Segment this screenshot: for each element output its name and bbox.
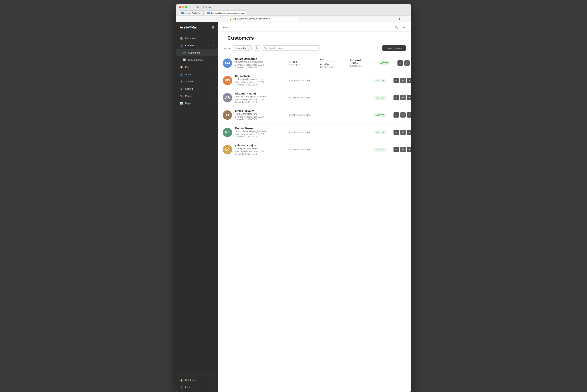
search-input[interactable] [268, 47, 317, 50]
tabs-bar: M Demo - Acelle E... M demo.acellemail.c… [179, 10, 408, 15]
share-icon[interactable]: ⬆ [403, 17, 405, 20]
user-icon: 👤 [180, 44, 183, 47]
more-options-button[interactable]: ▾ [407, 147, 411, 152]
customer-actions: ⇒ ✏ ▾ [394, 78, 411, 83]
sidebar-item-notifications[interactable]: 🔔 Notifications › [176, 377, 218, 384]
new-customer-button[interactable]: + New customer [382, 45, 406, 51]
customer-status: ACTIVE [374, 113, 391, 117]
search-icon: 🔍 [264, 47, 267, 50]
avatar: LC [223, 145, 232, 154]
login-as-button[interactable]: ⇒ [394, 147, 399, 152]
minimize-button[interactable] [182, 6, 184, 8]
browser-controls: ‹ › ↻ 📋 Private [179, 6, 408, 9]
sidebar-logo: Acelle✉Mail ☰ [176, 22, 218, 33]
chevron-right-icon-user: › [213, 386, 214, 388]
more-options-button[interactable]: ▾ [407, 95, 411, 100]
login-as-button[interactable]: ⇒ [398, 60, 403, 66]
edit-button[interactable]: ✏ [400, 95, 406, 100]
list-icon: ☰ [223, 36, 226, 40]
more-options-button[interactable]: ▾ [407, 112, 411, 118]
login-as-button[interactable]: ⇒ [394, 112, 399, 118]
menu-toggle-icon[interactable]: ☰ [211, 26, 214, 29]
sidebar-item-report[interactable]: 📊 Report › [176, 100, 218, 107]
customer-plan: no active subscription [288, 148, 372, 151]
search-header-button[interactable]: 🔍 [394, 25, 399, 30]
customer-created-at: Created at: 2022-06-08 [235, 136, 285, 138]
customer-info: Liliana Cardejon liliana@insecurita.com … [235, 144, 285, 155]
customer-info: Rubin Walts rubin.maya@instantinc.com Bo… [235, 75, 285, 86]
browser-chrome: ‹ › ↻ 📋 Private M Demo - Acelle E... M d… [176, 4, 411, 16]
edit-button[interactable]: ✏ [400, 112, 406, 118]
login-as-button[interactable]: ⇒ [394, 130, 399, 135]
maximize-button[interactable] [185, 6, 187, 8]
customer-actions: ⇒ ✏ ▾ [394, 112, 411, 118]
customer-name: Rubin Walts [235, 75, 285, 78]
customer-status: ACTIVE [374, 96, 391, 100]
customer-actions: ⇒ ✏ ▾ [394, 130, 411, 135]
search-input-wrap[interactable]: 🔍 [262, 46, 320, 51]
customer-name: Alexandra Ronn [235, 92, 285, 95]
lock-icon: 🔒 [229, 18, 232, 20]
sidebar-item-subscriptions[interactable]: 🔄 Subscriptions [176, 56, 218, 64]
sidebar-item-customer[interactable]: 👤 Customer ▼ [176, 42, 218, 49]
customer-actions: ⇒ ✏ ▾ [394, 95, 411, 100]
sidebar-item-dashboard[interactable]: 🏠 Dashboard [176, 34, 218, 42]
download-icon[interactable]: ⬇ [399, 17, 401, 20]
no-subscription-label: no active subscription [288, 79, 372, 82]
filter-button[interactable]: ⇅ [254, 46, 260, 51]
login-as-button[interactable]: ⇒ [394, 78, 399, 83]
table-row: SM Stuart Mannarino stuart.lemon@thenetw… [223, 54, 406, 72]
subscriber-label: Subscribers [350, 65, 376, 67]
sidebar-item-admin[interactable]: 👤 Admin › [176, 71, 218, 78]
setting-icon: ⚙ [180, 87, 183, 90]
theme-toggle-button[interactable]: ☀ [402, 25, 406, 30]
customer-created-at: Created at: 2022-06-08 [235, 84, 285, 86]
reload-button[interactable]: ↻ [196, 6, 200, 9]
page-title-row: ☰ Customers [223, 35, 406, 41]
sidebar-item-plugin[interactable]: 🔌 Plugin › [176, 92, 218, 100]
plan-name: ☑ Free [288, 60, 317, 63]
avatar: AR [223, 93, 232, 102]
page-title: Customers [227, 35, 254, 41]
edit-button[interactable]: ✏ [400, 130, 406, 135]
more-options-button[interactable]: ▾ [407, 130, 411, 135]
chevron-right-icon-notifications: › [213, 379, 214, 381]
customer-actions: ⇒ ✏ ▾ [394, 147, 411, 152]
customer-info: Alexandra Ronn alexandra.ronn@microsoft.… [235, 92, 285, 103]
customer-email: alexandra.ronn@microsoft.com [235, 96, 285, 98]
more-options-button[interactable]: ▾ [407, 78, 411, 83]
plus-icon[interactable]: + [407, 17, 409, 20]
address-bar[interactable]: 🔒 demo.acellemail.com/admin/customers [227, 16, 299, 21]
subscriber-unlimited: Unlimited [350, 59, 376, 62]
chevron-right-icon: › [213, 66, 214, 68]
customer-actions: ⇒ ✏ ▾ [398, 60, 411, 66]
sidebar-item-plan[interactable]: 📋 Plan › [176, 64, 218, 71]
customer-status: ACTIVE [378, 61, 395, 65]
forward-button[interactable]: › [193, 6, 195, 9]
close-button[interactable] [179, 6, 181, 8]
home-icon: 🏠 [180, 36, 183, 40]
customer-plan: ☑ Free Current plan [288, 60, 317, 66]
customer-bounce-rate: Bounce/Feedback rate: 0.00% [235, 133, 285, 136]
back-button[interactable]: ‹ [189, 6, 191, 9]
status-badge: ACTIVE [374, 113, 386, 117]
tab-demo[interactable]: M Demo - Acelle E... [179, 10, 204, 15]
sidebar-item-setting[interactable]: ⚙ Setting › [176, 85, 218, 92]
login-as-button[interactable]: ⇒ [394, 95, 399, 100]
list-toolbar: Sort by Created at ▼ ⇅ 🔍 + New customer [223, 45, 406, 51]
edit-button[interactable]: ✏ [404, 60, 410, 66]
customer-email: marcos.kruzan@googleinc.com [235, 130, 285, 132]
stat-bar [320, 62, 335, 62]
sidebar-item-user[interactable]: 👤 Louis P. › [176, 384, 218, 390]
edit-button[interactable]: ✏ [400, 78, 406, 83]
sidebar-item-customers[interactable]: 👥 Customers [176, 49, 218, 56]
sort-dropdown[interactable]: Created at ▼ [233, 46, 252, 51]
sidebar-item-sending[interactable]: ⚙ Sending › [176, 78, 218, 85]
main-header: Home 🔍 ☀ [218, 22, 411, 32]
table-row: EI Emilia Illovsky illovsky.em@ibm.com B… [223, 106, 406, 124]
tab-customers[interactable]: M demo.acellemail.com/admin/customers [204, 10, 248, 15]
sort-value: Created at [235, 47, 246, 50]
edit-button[interactable]: ✏ [400, 147, 406, 152]
status-badge: ACTIVE [374, 78, 386, 82]
stat-percentage: 0% [320, 58, 347, 61]
